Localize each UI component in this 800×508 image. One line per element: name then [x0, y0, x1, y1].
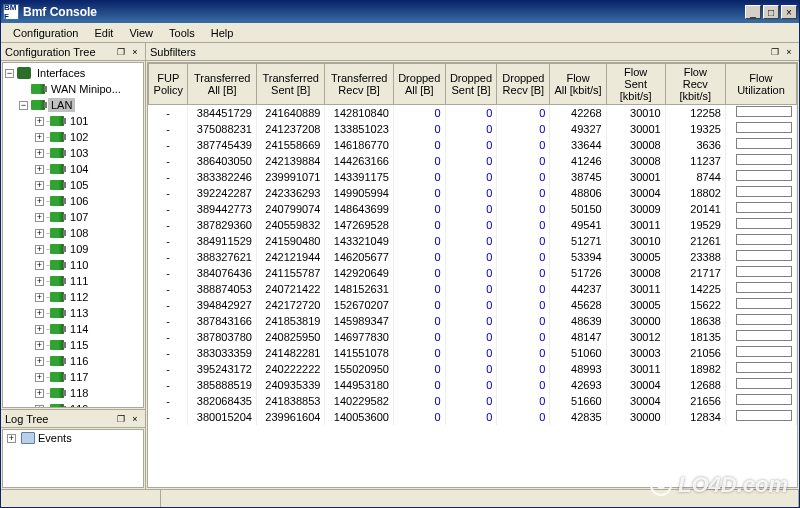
tree-item-104[interactable]: +··104 [3, 161, 143, 177]
tree-item-106[interactable]: +··106 [3, 193, 143, 209]
expand-icon[interactable]: + [35, 245, 44, 254]
cell-ds: 0 [445, 377, 497, 393]
undock-icon[interactable]: ❐ [115, 413, 127, 425]
tree-item-102[interactable]: +··102 [3, 129, 143, 145]
config-tree[interactable]: −InterfacesWAN Minipo...−LAN+··101+··102… [2, 62, 144, 408]
undock-icon[interactable]: ❐ [115, 46, 127, 58]
cell-fup: - [149, 393, 188, 409]
undock-icon[interactable]: ❐ [769, 46, 781, 58]
menu-edit[interactable]: Edit [86, 25, 121, 41]
table-row[interactable]: -382068435241838853140229582000516603000… [149, 393, 797, 409]
subfilters-grid[interactable]: FUPPolicyTransferredAll [B]TransferredSe… [147, 62, 798, 488]
collapse-icon[interactable]: − [19, 101, 28, 110]
expand-icon[interactable]: + [35, 197, 44, 206]
col-fr[interactable]: FlowRecv [kbit/s] [665, 64, 725, 105]
tree-item-108[interactable]: +··108 [3, 225, 143, 241]
expand-icon[interactable]: + [35, 261, 44, 270]
tree-item-113[interactable]: +··113 [3, 305, 143, 321]
expand-icon[interactable]: + [35, 133, 44, 142]
maximize-button[interactable]: □ [763, 5, 779, 19]
table-row[interactable]: -387803780240825950146977830000481473001… [149, 329, 797, 345]
menu-configuration[interactable]: Configuration [5, 25, 86, 41]
expand-icon[interactable]: + [35, 181, 44, 190]
tree-item-109[interactable]: +··109 [3, 241, 143, 257]
col-fup[interactable]: FUPPolicy [149, 64, 188, 105]
table-row[interactable]: -384076436241155787142920649000517263000… [149, 265, 797, 281]
table-row[interactable]: -383033359241482281141551078000510603000… [149, 345, 797, 361]
table-row[interactable]: -384911529241590480143321049000512713001… [149, 233, 797, 249]
panel-close-icon[interactable]: × [129, 46, 141, 58]
tree-item-119[interactable]: +··119 [3, 401, 143, 408]
tree-item-111[interactable]: +··111 [3, 273, 143, 289]
col-da[interactable]: DroppedAll [B] [393, 64, 445, 105]
col-tr[interactable]: TransferredRecv [B] [325, 64, 393, 105]
expand-icon[interactable]: + [35, 405, 44, 409]
table-row[interactable]: -388327621242121944146205677000533943000… [149, 249, 797, 265]
subfilters-header[interactable]: Subfilters ❐ × [146, 43, 799, 61]
table-row[interactable]: -387829360240559832147269528000495413001… [149, 217, 797, 233]
tree-item-116[interactable]: +··116 [3, 353, 143, 369]
menu-tools[interactable]: Tools [161, 25, 203, 41]
menu-help[interactable]: Help [203, 25, 242, 41]
table-row[interactable]: -383382246239991071143391175000387453000… [149, 169, 797, 185]
col-ta[interactable]: TransferredAll [B] [188, 64, 256, 105]
collapse-icon[interactable]: − [5, 69, 14, 78]
tree-lan[interactable]: −LAN [3, 97, 143, 113]
expand-icon[interactable]: + [35, 325, 44, 334]
panel-close-icon[interactable]: × [129, 413, 141, 425]
expand-icon[interactable]: + [35, 389, 44, 398]
log-tree-header[interactable]: Log Tree ❐ × [1, 410, 145, 428]
tree-item-117[interactable]: +··117 [3, 369, 143, 385]
col-fu[interactable]: FlowUtilization [725, 64, 796, 105]
col-dr[interactable]: DroppedRecv [B] [497, 64, 550, 105]
expand-icon[interactable]: + [35, 293, 44, 302]
close-button[interactable]: × [781, 5, 797, 19]
expand-icon[interactable]: + [35, 117, 44, 126]
expand-icon[interactable]: + [35, 213, 44, 222]
tree-item-101[interactable]: +··101 [3, 113, 143, 129]
col-fs[interactable]: FlowSent [kbit/s] [606, 64, 665, 105]
table-row[interactable]: -387745439241558669146186770000336443000… [149, 137, 797, 153]
tree-item-112[interactable]: +··112 [3, 289, 143, 305]
tree-item-115[interactable]: +··115 [3, 337, 143, 353]
table-row[interactable]: -384451729241640889142810840000422683001… [149, 105, 797, 121]
expand-icon[interactable]: + [7, 434, 16, 443]
col-ds[interactable]: DroppedSent [B] [445, 64, 497, 105]
tree-item-103[interactable]: +··103 [3, 145, 143, 161]
menu-view[interactable]: View [121, 25, 161, 41]
table-row[interactable]: -395243172240222222155020950000489933001… [149, 361, 797, 377]
minimize-button[interactable]: _ [745, 5, 761, 19]
expand-icon[interactable]: + [35, 357, 44, 366]
table-row[interactable]: -387843166241853819145989347000486393000… [149, 313, 797, 329]
titlebar[interactable]: BM F Bmf Console _ □ × [1, 1, 799, 23]
table-row[interactable]: -385888519240935339144953180000426933000… [149, 377, 797, 393]
col-ts[interactable]: TransferredSent [B] [256, 64, 324, 105]
table-row[interactable]: -394842927242172720152670207000456283000… [149, 297, 797, 313]
tree-item-105[interactable]: +··105 [3, 177, 143, 193]
expand-icon[interactable]: + [35, 373, 44, 382]
tree-wan-miniport[interactable]: WAN Minipo... [3, 81, 143, 97]
config-tree-header[interactable]: Configuration Tree ❐ × [1, 43, 145, 61]
expand-icon[interactable]: + [35, 341, 44, 350]
table-row[interactable]: -392242287242336293149905994000488063000… [149, 185, 797, 201]
tree-item-107[interactable]: +··107 [3, 209, 143, 225]
tree-item-118[interactable]: +··118 [3, 385, 143, 401]
table-row[interactable]: -375088231241237208133851023000493273000… [149, 121, 797, 137]
col-fa[interactable]: FlowAll [kbit/s] [550, 64, 606, 105]
log-tree[interactable]: + Events [2, 429, 144, 488]
tree-item-114[interactable]: +··114 [3, 321, 143, 337]
tree-item-110[interactable]: +··110 [3, 257, 143, 273]
expand-icon[interactable]: + [35, 229, 44, 238]
log-item-events[interactable]: + Events [5, 432, 141, 444]
table-row[interactable]: -386403050242139884144263166000412463000… [149, 153, 797, 169]
expand-icon[interactable]: + [35, 149, 44, 158]
expand-icon[interactable]: + [35, 309, 44, 318]
table-row[interactable]: -388874053240721422148152631000442373001… [149, 281, 797, 297]
expand-icon[interactable]: + [35, 165, 44, 174]
tree-interfaces[interactable]: −Interfaces [3, 65, 143, 81]
panel-close-icon[interactable]: × [783, 46, 795, 58]
table-row[interactable]: -389442773240799074148643699000501503000… [149, 201, 797, 217]
table-row[interactable]: -380015204239961604140053600000428353000… [149, 409, 797, 425]
expand-icon[interactable]: + [35, 277, 44, 286]
cell-fup: - [149, 153, 188, 169]
